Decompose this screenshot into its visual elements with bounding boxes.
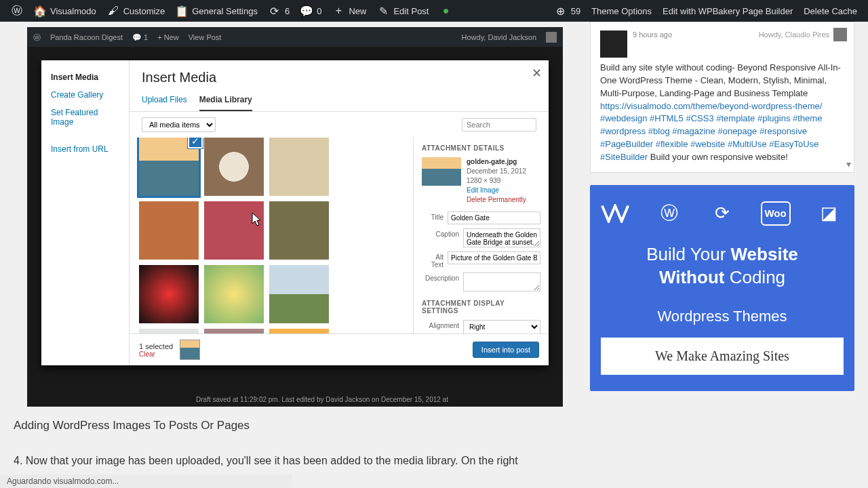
site-name-label: Visualmodo xyxy=(50,6,96,16)
inner-comment-icon: 💬 1 xyxy=(132,33,148,42)
caption-input[interactable]: Underneath the Golden Gate Bridge at sun… xyxy=(463,228,540,247)
general-label: General Settings xyxy=(192,6,258,16)
check-icon: ✓ xyxy=(188,138,203,148)
inner-howdy: Howdy, David Jackson xyxy=(462,33,536,41)
refresh-icon: ⟳ xyxy=(707,201,737,226)
media-thumb[interactable] xyxy=(269,265,329,323)
seo[interactable]: ⊕59 xyxy=(549,0,586,22)
side-insert-media[interactable]: Insert Media xyxy=(41,68,129,86)
selected-mini-thumb[interactable] xyxy=(180,340,200,360)
media-thumb[interactable] xyxy=(204,329,264,333)
clear-selection[interactable]: Clear xyxy=(139,350,173,358)
site-name[interactable]: 🏠Visualmodo xyxy=(28,0,102,22)
comments-count: 0 xyxy=(317,6,321,16)
side-set-featured[interactable]: Set Featured Image xyxy=(41,104,129,131)
theme-label: Theme Options xyxy=(591,6,652,16)
delete-permanently-link[interactable]: Delete Permanently xyxy=(467,195,526,205)
media-thumb[interactable] xyxy=(269,138,329,196)
media-thumb[interactable]: ✓ xyxy=(139,138,199,196)
media-thumb[interactable] xyxy=(139,265,199,323)
browser-status-bar: Aguardando visualmodo.com... xyxy=(0,474,292,488)
wpb-label: Edit with WPBakery Page Builder xyxy=(663,6,793,16)
modal-tabs: Upload Files Media Library xyxy=(130,91,549,112)
media-search-input[interactable] xyxy=(462,118,536,131)
title-input[interactable] xyxy=(448,211,540,224)
align-select[interactable]: Right xyxy=(463,320,540,333)
media-thumb[interactable] xyxy=(204,265,264,323)
customize-label: Customize xyxy=(123,6,165,16)
pencil-icon: ✎ xyxy=(377,5,389,17)
media-thumb[interactable] xyxy=(269,201,329,260)
article-paragraph: 4. Now that your image has been uploaded… xyxy=(14,453,576,469)
home-icon: 🏠 xyxy=(34,5,46,17)
selected-count: 1 selected xyxy=(139,342,173,350)
media-grid: ✓ xyxy=(139,138,403,333)
tab-media-library[interactable]: Media Library xyxy=(199,91,252,111)
edit-post[interactable]: ✎Edit Post xyxy=(372,0,434,22)
howdy-bar: Howdy, Claudio Pires xyxy=(759,28,847,41)
general-settings[interactable]: 📋General Settings xyxy=(170,0,263,22)
woocommerce-icon: Woo xyxy=(761,201,791,226)
insert-media-modal: Insert Media Create Gallery Set Featured… xyxy=(41,60,549,365)
seo-count: 59 xyxy=(571,6,580,16)
wpbakery-edit[interactable]: Edit with WPBakery Page Builder xyxy=(657,0,798,22)
settings-icon: 📋 xyxy=(176,5,188,17)
alt-label: Alt Text xyxy=(422,251,443,268)
visualmodo-icon xyxy=(601,201,631,226)
media-thumb[interactable] xyxy=(269,329,329,333)
side-create-gallery[interactable]: Create Gallery xyxy=(41,86,129,104)
media-filter-select[interactable]: All media items xyxy=(142,117,216,132)
promo-card: We Make Amazing Sites xyxy=(601,338,844,375)
insert-into-post-button[interactable]: Insert into post xyxy=(473,342,539,358)
update-icon: ⟳ xyxy=(269,5,281,17)
new-content[interactable]: +New xyxy=(327,0,372,22)
comments[interactable]: 💬0 xyxy=(295,0,327,22)
details-heading: ATTACHMENT DETAILS xyxy=(422,144,540,152)
detail-date: December 15, 2012 xyxy=(467,167,526,176)
theme-options[interactable]: Theme Options xyxy=(586,0,657,22)
modal-title: Insert Media xyxy=(130,60,549,91)
updates[interactable]: ⟳6 xyxy=(263,0,295,22)
title-label: Title xyxy=(422,211,443,221)
delete-cache[interactable]: Delete Cache xyxy=(798,0,863,22)
inner-view-post: View Post xyxy=(189,33,222,41)
embedded-screenshot: ⓦ Panda Racoon Digest 💬 1 + New View Pos… xyxy=(27,27,563,407)
plus-icon: + xyxy=(332,5,344,17)
promo-banner: ⓦ ⟳ Woo ◪ Build Your Website Without Cod… xyxy=(590,185,854,392)
detail-thumbnail xyxy=(422,157,461,186)
chevron-down-icon[interactable]: ▾ xyxy=(846,159,851,169)
modal-close-button[interactable]: ✕ xyxy=(532,66,542,81)
media-thumb[interactable] xyxy=(204,201,264,260)
customize[interactable]: 🖌Customize xyxy=(102,0,170,22)
wp-logo[interactable]: ⓦ xyxy=(5,0,28,22)
attachment-details: ATTACHMENT DETAILS golden-gate.jpg Decem… xyxy=(413,138,549,333)
post-avatar xyxy=(600,30,627,58)
media-thumb[interactable] xyxy=(139,329,199,333)
status-dot[interactable]: ● xyxy=(434,0,457,22)
builder-icon: ◪ xyxy=(814,201,844,226)
cache-label: Delete Cache xyxy=(804,6,857,16)
comment-icon: 💬 xyxy=(300,5,313,17)
wp-admin-bar: ⓦ 🏠Visualmodo 🖌Customize 📋General Settin… xyxy=(0,0,868,22)
promo-headline: Build Your Website Without Coding xyxy=(601,243,844,289)
inner-wp-icon: ⓦ xyxy=(33,33,41,43)
display-heading: ATTACHMENT DISPLAY SETTINGS xyxy=(422,300,540,314)
edit-label: Edit Post xyxy=(393,6,429,16)
alt-input[interactable] xyxy=(448,251,540,264)
desc-input[interactable] xyxy=(463,272,540,291)
figure-caption: Adding WordPress Images To Posts Or Page… xyxy=(14,419,576,432)
wordpress-icon: ⓦ xyxy=(654,201,684,226)
modal-sidebar: Insert Media Create Gallery Set Featured… xyxy=(41,60,130,365)
tab-upload-files[interactable]: Upload Files xyxy=(142,91,187,111)
brush-icon: 🖌 xyxy=(107,5,119,17)
side-insert-url[interactable]: Insert from URL xyxy=(41,140,129,158)
updates-count: 6 xyxy=(285,6,290,16)
draft-status: Draft saved at 11:29:02 pm. Last edited … xyxy=(96,396,549,403)
post-link[interactable]: https://visualmodo.com/theme/beyond-word… xyxy=(600,101,822,111)
inner-admin-bar: ⓦ Panda Racoon Digest 💬 1 + New View Pos… xyxy=(28,28,562,47)
media-thumb[interactable] xyxy=(139,201,199,260)
edit-image-link[interactable]: Edit Image xyxy=(467,186,526,195)
media-thumb[interactable] xyxy=(204,138,264,196)
promo-subhead: Wordpress Themes xyxy=(601,308,844,325)
seo-icon: ⊕ xyxy=(555,5,567,17)
